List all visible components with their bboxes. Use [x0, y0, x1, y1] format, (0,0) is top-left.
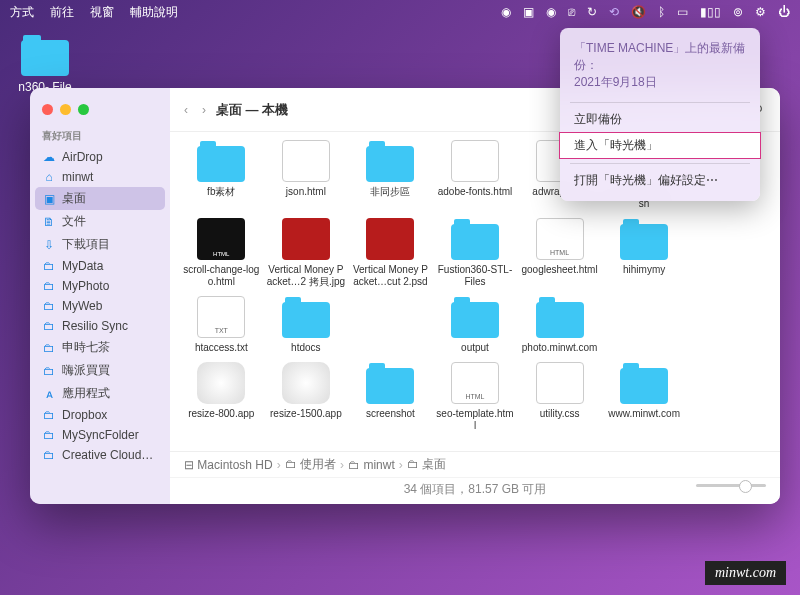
folder-icon: ☁︎	[42, 150, 56, 164]
file-item[interactable]: hihimymy	[603, 216, 686, 290]
nav-back[interactable]: ‹	[184, 103, 188, 117]
sidebar-item-Dropbox[interactable]: 🗀Dropbox	[30, 405, 170, 425]
nav-forward[interactable]: ›	[202, 103, 206, 117]
path-segment[interactable]: 🗀 minwt	[348, 458, 395, 472]
sidebar-item-文件[interactable]: 🗎文件	[30, 210, 170, 233]
path-segment[interactable]: ⊟ Macintosh HD	[184, 458, 273, 472]
file-item[interactable]: htdocs	[265, 294, 348, 356]
path-bar[interactable]: ⊟ Macintosh HD›🗀 使用者›🗀 minwt›🗀 桌面	[170, 451, 780, 477]
file-name: scroll-change-logo.html	[182, 264, 261, 288]
line-icon[interactable]: ◉	[546, 5, 556, 19]
tm-backup-now[interactable]: 立即備份	[560, 107, 760, 132]
folder-icon	[620, 224, 668, 260]
file-name: adobe-fonts.html	[438, 186, 513, 198]
wifi-icon[interactable]: ⊚	[733, 5, 743, 19]
sidebar-item-應用程式[interactable]: ᴀ應用程式	[30, 382, 170, 405]
sidebar-item-MyWeb[interactable]: 🗀MyWeb	[30, 296, 170, 316]
folder-icon	[282, 302, 330, 338]
folder-icon: 🗀	[42, 279, 56, 293]
control-center-icon[interactable]: ⚙	[755, 5, 766, 19]
rec-icon[interactable]: ◉	[501, 5, 511, 19]
tm-last-backup: 「TIME MACHINE」上的最新備份： 2021年9月18日	[560, 36, 760, 98]
file-item[interactable]: TXThtaccess.txt	[180, 294, 263, 356]
sidebar-heading: 喜好項目	[30, 125, 170, 147]
folder-icon: 🗀	[42, 299, 56, 313]
camera-icon[interactable]: ⎚	[568, 5, 575, 19]
doc-icon	[451, 140, 499, 182]
watermark: minwt.com	[705, 561, 786, 585]
file-item[interactable]: HTMLscroll-change-logo.html	[180, 216, 263, 290]
sidebar-item-MyPhoto[interactable]: 🗀MyPhoto	[30, 276, 170, 296]
file-name: Vertical Money Packet…cut 2.psd	[351, 264, 430, 288]
menu-前往[interactable]: 前往	[50, 4, 74, 21]
menu-方式[interactable]: 方式	[10, 4, 34, 21]
file-item[interactable]: resize-1500.app	[265, 360, 348, 434]
file-name: utility.css	[540, 408, 580, 420]
doc-icon: HTML	[536, 218, 584, 260]
sidebar-item-下載項目[interactable]: ⇩下載項目	[30, 233, 170, 256]
sidebar-item-AirDrop[interactable]: ☁︎AirDrop	[30, 147, 170, 167]
file-name: resize-1500.app	[270, 408, 342, 420]
file-item[interactable]: photo.minwt.com	[518, 294, 601, 356]
file-name: fb素材	[207, 186, 235, 198]
desktop-folder[interactable]: n360- File	[10, 40, 80, 94]
path-segment[interactable]: 🗀 桌面	[407, 456, 446, 473]
file-item[interactable]: json.html	[265, 138, 348, 212]
sidebar-item-嗨派買買[interactable]: 🗀嗨派買買	[30, 359, 170, 382]
time-machine-menu: 「TIME MACHINE」上的最新備份： 2021年9月18日 立即備份 進入…	[560, 28, 760, 201]
time-machine-icon[interactable]: ⟲	[609, 5, 619, 19]
close-button[interactable]	[42, 104, 53, 115]
file-item[interactable]: adobe-fonts.html	[434, 138, 517, 212]
airplay-icon[interactable]: ▭	[677, 5, 688, 19]
doc-icon: TXT	[197, 296, 245, 338]
file-item[interactable]: resize-800.app	[180, 360, 263, 434]
minimize-button[interactable]	[60, 104, 71, 115]
doc-icon: HTML	[451, 362, 499, 404]
window-title: 桌面 — 本機	[216, 101, 288, 119]
folder-icon	[451, 224, 499, 260]
icon-size-slider[interactable]	[696, 484, 766, 487]
window-controls	[30, 96, 170, 125]
file-name: resize-800.app	[188, 408, 254, 420]
folder-icon	[366, 368, 414, 404]
file-item[interactable]: screenshot	[349, 360, 432, 434]
file-name: json.html	[286, 186, 326, 198]
file-item[interactable]: Vertical Money Packet…cut 2.psd	[349, 216, 432, 290]
path-segment[interactable]: 🗀 使用者	[285, 456, 336, 473]
file-item[interactable]: www.minwt.com	[603, 360, 686, 434]
black-icon: HTML	[197, 218, 245, 260]
sidebar-item-桌面[interactable]: ▣桌面	[35, 187, 165, 210]
sidebar-item-MyData[interactable]: 🗀MyData	[30, 256, 170, 276]
sidebar-item-MySyncFolder[interactable]: 🗀MySyncFolder	[30, 425, 170, 445]
menu-視窗[interactable]: 視窗	[90, 4, 114, 21]
file-name: photo.minwt.com	[522, 342, 598, 354]
app-icon[interactable]: ▣	[523, 5, 534, 19]
status-bar: 34 個項目，81.57 GB 可用	[170, 477, 780, 504]
sidebar-item-申時七茶[interactable]: 🗀申時七茶	[30, 336, 170, 359]
file-item[interactable]: HTMLgooglesheet.html	[518, 216, 601, 290]
sidebar-item-Resilio Sync[interactable]: 🗀Resilio Sync	[30, 316, 170, 336]
bluetooth-icon[interactable]: ᛒ	[658, 5, 665, 19]
file-item[interactable]: 非同步區	[349, 138, 432, 212]
power-icon[interactable]: ⏻	[778, 5, 790, 19]
file-item[interactable]: Fustion360-STL-Files	[434, 216, 517, 290]
tm-open-prefs[interactable]: 打開「時光機」偏好設定⋯	[560, 168, 760, 193]
sync-icon[interactable]: ↻	[587, 5, 597, 19]
tm-enter[interactable]: 進入「時光機」	[559, 132, 761, 159]
battery-icon[interactable]: ▮▯▯	[700, 5, 721, 19]
file-item[interactable]: utility.css	[518, 360, 601, 434]
red-icon	[366, 218, 414, 260]
file-item[interactable]: fb素材	[180, 138, 263, 212]
menu-輔助說明[interactable]: 輔助說明	[130, 4, 178, 21]
folder-icon	[366, 146, 414, 182]
file-name: htdocs	[291, 342, 320, 354]
zoom-button[interactable]	[78, 104, 89, 115]
sidebar-item-minwt[interactable]: ⌂minwt	[30, 167, 170, 187]
sidebar-item-Creative Cloud…[interactable]: 🗀Creative Cloud…	[30, 445, 170, 465]
file-item[interactable]: output	[434, 294, 517, 356]
folder-icon: ⌂	[42, 170, 56, 184]
file-item[interactable]: HTMLseo-template.html	[434, 360, 517, 434]
volume-icon[interactable]: 🔇	[631, 5, 646, 19]
system-menubar: 方式前往視窗輔助說明 ◉ ▣ ◉ ⎚ ↻ ⟲ 🔇 ᛒ ▭ ▮▯▯ ⊚ ⚙ ⏻	[0, 0, 800, 24]
file-item[interactable]: Vertical Money Packet…2 拷貝.jpg	[265, 216, 348, 290]
